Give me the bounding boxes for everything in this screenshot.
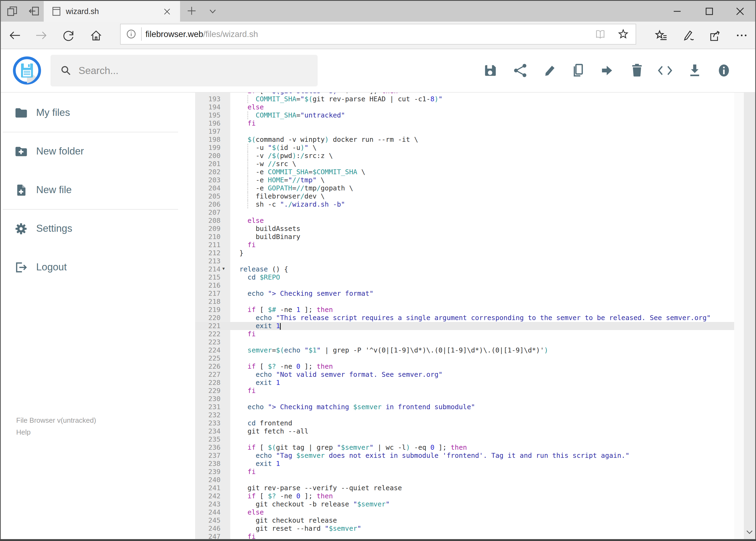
code-line-226[interactable]: 226 if [ $? -ne 0 ]; then — [195, 362, 734, 370]
tab-preview-icon[interactable] — [6, 5, 18, 17]
help-link[interactable]: Help — [16, 428, 31, 436]
code-line-194[interactable]: 194 else — [195, 103, 734, 111]
code-line-236[interactable]: 236 if [ $(git tag | grep "$semver" | wc… — [195, 443, 734, 452]
code-line-212[interactable]: 212} — [195, 249, 734, 257]
code-line-216[interactable]: 216 — [195, 281, 734, 289]
code-line-246[interactable]: 246 git reset --hard "$semver" — [195, 525, 734, 533]
code-line-238[interactable]: 238 exit 1 — [195, 460, 734, 468]
code-line-210[interactable]: 210 buildBinary — [195, 233, 734, 241]
code-line-225[interactable]: 225 — [195, 354, 734, 362]
code-line-234[interactable]: 234 git fetch --all — [195, 427, 734, 435]
code-line-242[interactable]: 242 if [ $? -ne 0 ]; then — [195, 492, 734, 500]
save-icon[interactable] — [483, 63, 498, 78]
forward-icon[interactable] — [35, 29, 48, 42]
code-line-204[interactable]: 204 -e GOPATH=//tmp/gopath \ — [195, 184, 734, 192]
move-arrow-icon[interactable] — [600, 63, 615, 78]
code-line-228[interactable]: 228 exit 1 — [195, 379, 734, 387]
back-icon[interactable] — [8, 29, 21, 42]
site-info-icon[interactable] — [126, 28, 137, 40]
code-line-219[interactable]: 219 if [ $# -ne 1 ]; then — [195, 306, 734, 314]
refresh-icon[interactable] — [62, 29, 75, 42]
code-line-201[interactable]: 201 -w //src \ — [195, 160, 734, 168]
code-line-209[interactable]: 209 buildAssets — [195, 225, 734, 233]
sidebar-item-new-file[interactable]: New file — [0, 177, 195, 203]
sidebar-item-settings[interactable]: Settings — [0, 216, 195, 242]
scroll-down-icon[interactable] — [745, 528, 754, 536]
fold-marker-icon[interactable]: ▾ — [222, 266, 225, 271]
copy-icon[interactable] — [571, 63, 586, 78]
download-icon[interactable] — [687, 63, 702, 78]
code-line-218[interactable]: 218 — [195, 297, 734, 306]
filebrowser-logo[interactable] — [13, 56, 41, 85]
code-line-224[interactable]: 224 semver=$(echo "$1" | grep -P '^v(0|[… — [195, 346, 734, 354]
code-line-243[interactable]: 243 git checkout -b release "$semver" — [195, 500, 734, 508]
code-line-244[interactable]: 244 else — [195, 508, 734, 516]
code-line-230[interactable]: 230 — [195, 395, 734, 403]
home-icon[interactable] — [90, 29, 103, 42]
annotate-pen-icon[interactable] — [681, 29, 695, 42]
code-line-211[interactable]: 211 fi — [195, 241, 734, 249]
sidebar-item-logout[interactable]: Logout — [0, 254, 195, 280]
maximize-button[interactable] — [703, 5, 715, 17]
share-icon[interactable] — [708, 29, 721, 42]
code-line-196[interactable]: 196 fi — [195, 119, 734, 128]
address-url[interactable]: filebrowser.web/files/wizard.sh — [145, 24, 258, 44]
code-brackets-icon[interactable] — [657, 63, 672, 78]
tab-list-chevron-icon[interactable] — [207, 5, 219, 17]
more-options-icon[interactable] — [735, 29, 748, 42]
sidebar-item-new-folder[interactable]: New folder — [0, 138, 195, 164]
code-line-227[interactable]: 227 echo "Not valid semver format. See s… — [195, 370, 734, 379]
favorite-star-icon[interactable] — [617, 28, 629, 40]
code-line-245[interactable]: 245 git checkout release — [195, 516, 734, 525]
code-line-215[interactable]: 215 cd $REPO — [195, 273, 734, 281]
close-window-button[interactable] — [734, 5, 746, 17]
code-line-195[interactable]: 195 COMMIT_SHA="untracked" — [195, 111, 734, 119]
delete-trash-icon[interactable] — [630, 63, 644, 78]
code-line-199[interactable]: 199 -u "$(id -u)" \ — [195, 144, 734, 152]
code-line-237[interactable]: 237 echo "Tag $semver does not exist in … — [195, 452, 734, 460]
code-line-206[interactable]: 206 sh -c "./wizard.sh -b" — [195, 201, 734, 209]
code-line-221[interactable]: 221 exit 1 — [195, 322, 734, 330]
code-line-214[interactable]: 214▾release () { — [195, 265, 734, 273]
code-editor[interactable]: if [ "$(git status -s)" != "" ]; then193… — [195, 92, 734, 539]
code-line-220[interactable]: 220 echo "This release script requires a… — [195, 314, 734, 322]
address-bar[interactable]: filebrowser.web/files/wizard.sh — [120, 24, 636, 45]
code-line-240[interactable]: 240 — [195, 476, 734, 484]
minimize-button[interactable] — [671, 5, 683, 17]
code-line-222[interactable]: 222 fi — [195, 330, 734, 338]
code-line-202[interactable]: 202 -e COMMIT_SHA=$COMMIT_SHA \ — [195, 168, 734, 176]
code-line-223[interactable]: 223 — [195, 338, 734, 346]
code-line-233[interactable]: 233 cd frontend — [195, 419, 734, 427]
code-line-213[interactable]: 213 — [195, 257, 734, 265]
code-line-231[interactable]: 231 echo "> Checking matching $semver in… — [195, 403, 734, 411]
code-line-239[interactable]: 239 fi — [195, 468, 734, 476]
line-number: 230 — [195, 395, 220, 403]
close-tab-icon[interactable] — [162, 7, 172, 16]
edit-pencil-icon[interactable] — [543, 63, 558, 78]
code-line-229[interactable]: 229 fi — [195, 387, 734, 395]
code-line-241[interactable]: 241 git rev-parse --verify --quiet relea… — [195, 484, 734, 492]
code-line-200[interactable]: 200 -v /$(pwd):/src:z \ — [195, 152, 734, 160]
hub-favorites-icon[interactable] — [655, 29, 668, 42]
set-tabs-aside-icon[interactable] — [28, 5, 41, 17]
info-icon[interactable] — [716, 63, 731, 78]
search-box[interactable]: Search... — [51, 55, 318, 86]
code-line-193[interactable]: 193 COMMIT_SHA="$(git rev-parse HEAD | c… — [195, 95, 734, 103]
reading-view-icon[interactable] — [595, 29, 606, 40]
browser-tab-wizard-sh[interactable]: wizard.sh — [44, 1, 180, 22]
sidebar-item-my-files[interactable]: My files — [0, 100, 195, 126]
code-line-232[interactable]: 232 — [195, 411, 734, 419]
share-icon[interactable] — [513, 63, 528, 78]
new-tab-icon[interactable] — [186, 5, 197, 17]
code-line-247[interactable]: 247 fi — [195, 533, 734, 539]
page-scrollbar[interactable] — [744, 50, 755, 539]
code-line-203[interactable]: 203 -e HOME="//tmp" \ — [195, 176, 734, 184]
code-line-235[interactable]: 235 — [195, 435, 734, 443]
code-line-207[interactable]: 207 — [195, 209, 734, 217]
code-line-198[interactable]: 198 $(command -v winpty) docker run --rm… — [195, 136, 734, 144]
code-line-205[interactable]: 205 filebrowser/dev \ — [195, 192, 734, 201]
code-line-208[interactable]: 208 else — [195, 217, 734, 225]
code-line-217[interactable]: 217 echo "> Checking semver format" — [195, 289, 734, 297]
code-line-197[interactable]: 197 — [195, 128, 734, 136]
sidebar-item-label: New folder — [36, 138, 84, 164]
